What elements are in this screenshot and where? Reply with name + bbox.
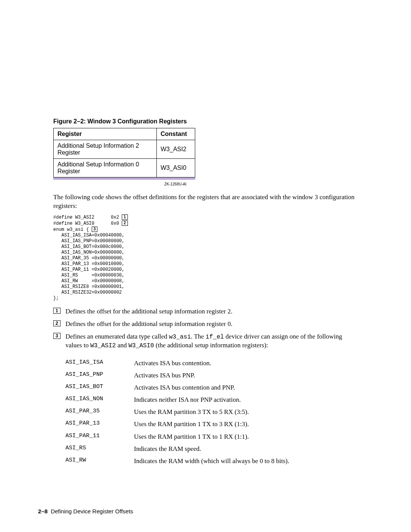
def-row: ASI_IAS_ISA Activates ISA bus contention… — [65, 357, 293, 369]
code-line: }; — [53, 296, 59, 301]
code-line: ASI_PAR_13 =0x00010000, — [53, 261, 124, 267]
figure-caption: Figure 2–2: Window 3 Configuration Regis… — [53, 118, 358, 125]
def-desc: Indicates neither ISA nor PNP activation… — [134, 394, 293, 406]
code-line: ASI_RSIZE8 =0x00000001, — [53, 284, 124, 289]
def-row: ASI_RS Indicates the RAM speed. — [65, 443, 293, 455]
inline-code: W3_ASI0 — [128, 342, 154, 349]
def-desc: Uses the RAM partition 3 TX to 5 RX (3:5… — [134, 406, 293, 418]
def-desc: Uses the RAM partition 1 TX to 1 RX (1:1… — [134, 431, 293, 443]
table-row: Additional Setup Information 2 Register … — [54, 140, 195, 159]
footer-title: Defining Device Register Offsets — [51, 508, 133, 514]
code-block: #define W3_ASI2 0x2 1 #define W3_ASI0 0x… — [53, 214, 358, 301]
note-text: Defines the offset for the additional se… — [65, 320, 358, 329]
code-line: ASI_RS =0x00000030, — [53, 273, 124, 278]
inline-code: w3_asi — [169, 334, 191, 340]
table-header-row: Register Constant — [54, 128, 195, 140]
cell-register: Additional Setup Information 0 Register — [54, 159, 157, 177]
def-term: ASI_IAS_NON — [65, 394, 134, 406]
text: Defines an enumerated data type called — [65, 333, 169, 340]
figure-id-label: ZK-1268U-AI — [53, 182, 186, 186]
def-row: ASI_IAS_NON Indicates neither ISA nor PN… — [65, 394, 293, 406]
code-line: ASI_IAS_ISA=0x00040000, — [53, 233, 124, 238]
code-line: ASI_PAR_11 =0x00020000, — [53, 267, 124, 272]
def-term: ASI_RS — [65, 443, 134, 455]
code-line: ASI_IAS_PNP=0x00080000, — [53, 238, 124, 244]
callout-2: 2 — [122, 220, 128, 226]
def-term: ASI_PAR_11 — [65, 431, 134, 443]
def-row: ASI_IAS_PNP Activates ISA bus PNP. — [65, 369, 293, 382]
note-item: 3 Defines an enumerated data type called… — [53, 332, 358, 350]
callout-1: 1 — [122, 214, 128, 220]
def-desc: Activates ISA bus contention. — [134, 357, 293, 369]
intro-paragraph: The following code shows the offset defi… — [53, 193, 358, 211]
def-row: ASI_PAR_13 Uses the RAM partition 1 TX t… — [65, 418, 293, 430]
code-line: ASI_IAS_BOT=0x000c0000, — [53, 244, 124, 249]
page-footer: 2–8 Defining Device Register Offsets — [38, 508, 133, 514]
col-register: Register — [54, 128, 157, 140]
notes-list: 1 Defines the offset for the additional … — [53, 307, 358, 350]
callout-box: 3 — [53, 333, 61, 339]
def-term: ASI_PAR_35 — [65, 406, 134, 418]
note-number: 1 — [53, 307, 65, 316]
register-table-wrap: Register Constant Additional Setup Infor… — [53, 128, 195, 177]
code-line: ASI_PAR_35 =0x00000000, — [53, 256, 124, 261]
register-table: Register Constant Additional Setup Infor… — [53, 128, 195, 177]
note-text: Defines an enumerated data type called w… — [65, 332, 358, 350]
text: (the additional setup information regist… — [154, 342, 268, 349]
def-desc: Indicates the RAM speed. — [134, 443, 293, 455]
text: . The — [191, 333, 206, 340]
inline-code: W3_ASI2 — [90, 342, 116, 349]
def-row: ASI_IAS_BOT Activates ISA bus contention… — [65, 382, 293, 394]
def-desc: Activates ISA bus PNP. — [134, 369, 293, 382]
callout-3: 3 — [92, 227, 98, 232]
note-text: Defines the offset for the additional se… — [65, 307, 358, 316]
note-item: 1 Defines the offset for the additional … — [53, 307, 358, 316]
def-row: ASI_PAR_35 Uses the RAM partition 3 TX t… — [65, 406, 293, 418]
page: Figure 2–2: Window 3 Configuration Regis… — [0, 0, 411, 532]
def-row: ASI_RW Indicates the RAM width (which wi… — [65, 455, 293, 467]
cell-constant: W3_ASI0 — [157, 159, 195, 177]
code-line: #define W3_ASI0 0x0 — [53, 221, 122, 226]
cell-register: Additional Setup Information 2 Register — [54, 140, 157, 159]
def-row: ASI_PAR_11 Uses the RAM partition 1 TX t… — [65, 431, 293, 443]
note-item: 2 Defines the offset for the additional … — [53, 320, 358, 329]
callout-box: 1 — [53, 308, 61, 314]
text: and — [116, 342, 128, 349]
definitions-table: ASI_IAS_ISA Activates ISA bus contention… — [65, 357, 293, 467]
callout-box: 2 — [53, 320, 61, 326]
def-desc: Uses the RAM partition 1 TX to 3 RX (1:3… — [134, 418, 293, 430]
page-number: 2–8 — [38, 508, 48, 514]
code-line: #define W3_ASI2 0x2 — [53, 215, 122, 220]
note-number: 3 — [53, 332, 65, 350]
table-row: Additional Setup Information 0 Register … — [54, 159, 195, 177]
code-line: ASI_IAS_NON=0x00000000, — [53, 250, 124, 255]
cell-constant: W3_ASI2 — [157, 140, 195, 159]
def-term: ASI_IAS_PNP — [65, 369, 134, 382]
note-number: 2 — [53, 320, 65, 329]
def-term: ASI_IAS_BOT — [65, 382, 134, 394]
col-constant: Constant — [157, 128, 195, 140]
def-term: ASI_IAS_ISA — [65, 357, 134, 369]
def-term: ASI_RW — [65, 455, 134, 467]
code-line: ASI_RW =0x00000008, — [53, 278, 124, 284]
def-term: ASI_PAR_13 — [65, 418, 134, 430]
inline-code: if_el — [206, 334, 224, 340]
code-line: ASI_RSIZE32=0x00000002 — [53, 290, 122, 295]
def-desc: Indicates the RAM width (which will alwa… — [134, 455, 293, 467]
def-desc: Activates ISA bus contention and PNP. — [134, 382, 293, 394]
code-line: enum w3_asi { — [53, 227, 92, 232]
